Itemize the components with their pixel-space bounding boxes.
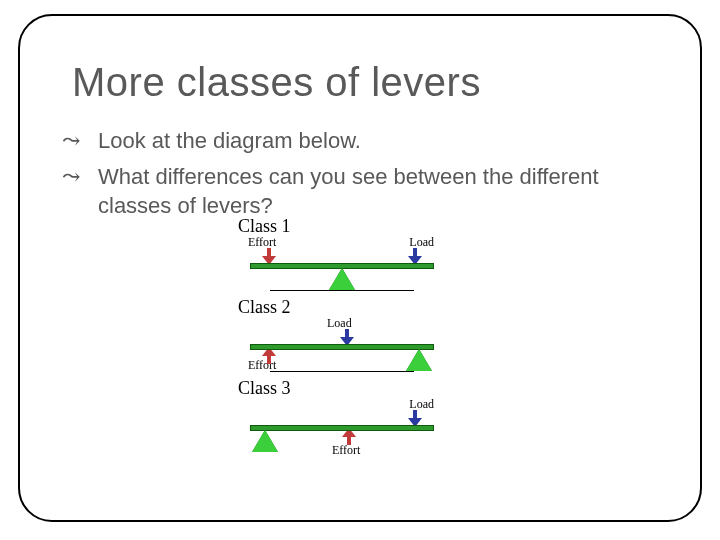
- class1-title: Class 1: [238, 216, 452, 237]
- lever-diagram: Class 1 Effort Load Class 2 Load Effort …: [232, 214, 452, 479]
- effort-arrow-icon: [264, 349, 274, 363]
- fulcrum-icon: [329, 268, 355, 290]
- slide-title: More classes of levers: [72, 60, 481, 105]
- bullet-list: ⤳Look at the diagram below. ⤳What differ…: [80, 126, 640, 227]
- class3-effort-label: Effort: [332, 443, 360, 458]
- load-arrow-icon: [410, 410, 420, 424]
- class3-title: Class 3: [238, 378, 452, 399]
- load-arrow-icon: [410, 248, 420, 262]
- class1-row: Effort Load: [232, 237, 452, 291]
- bullet-item: ⤳What differences can you see between th…: [80, 162, 640, 221]
- class2-title: Class 2: [238, 297, 452, 318]
- bullet-text: What differences can you see between the…: [98, 164, 599, 219]
- fulcrum-icon: [406, 349, 432, 371]
- slide: More classes of levers ⤳Look at the diag…: [0, 0, 720, 540]
- bullet-item: ⤳Look at the diagram below.: [80, 126, 640, 156]
- class3-row: Load Effort: [232, 399, 452, 457]
- bullet-icon: ⤳: [80, 162, 98, 192]
- ground-line: [270, 290, 414, 291]
- effort-arrow-icon: [344, 430, 354, 444]
- fulcrum-icon: [252, 430, 278, 452]
- bullet-text: Look at the diagram below.: [98, 128, 361, 153]
- load-arrow-icon: [342, 329, 352, 343]
- effort-arrow-icon: [264, 248, 274, 262]
- bullet-icon: ⤳: [80, 126, 98, 156]
- class2-row: Load Effort: [232, 318, 452, 372]
- ground-line: [270, 371, 414, 372]
